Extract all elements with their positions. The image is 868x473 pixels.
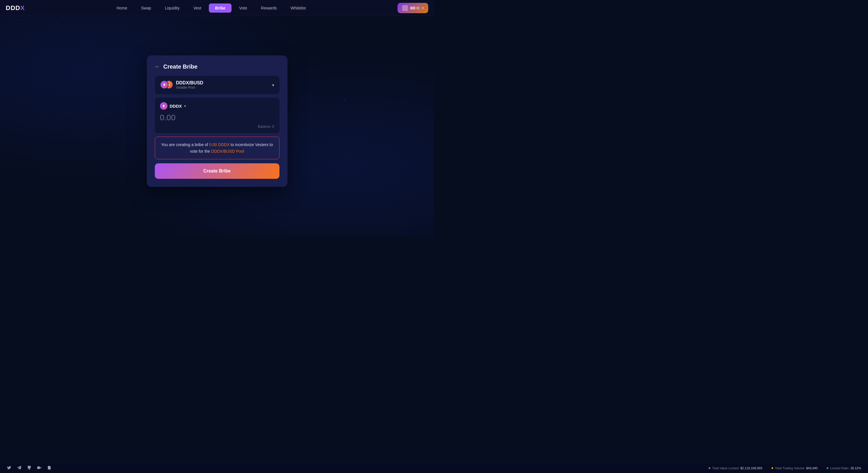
nav-item-vote[interactable]: Vote [232,3,253,13]
create-bribe-card: ← Create Bribe $ [147,56,287,187]
info-text-before: You are creating a bribe of [161,142,209,147]
create-bribe-button[interactable]: Create Bribe [155,163,279,179]
token-icon [160,102,167,110]
token-input-card: DDDX ▾ 0.00 Balance: 0 [155,98,279,133]
pool-name: DDDX/BUSD [176,80,204,86]
info-pool-link[interactable]: DDDX/BUSD Pool [211,149,244,154]
wallet-button[interactable]: ▾ [398,3,428,13]
nav-item-liquidity[interactable]: Liquidity [159,3,186,13]
wallet-bars [410,7,420,9]
token-balance: Balance: 0 [160,125,274,129]
nav-item-home[interactable]: Home [110,3,133,13]
navbar: DDDX Home Swap Liquidity Vest Bribe Vote… [0,0,434,16]
wallet-chevron-icon: ▾ [422,6,424,10]
pool-icon-dddx [160,80,168,89]
info-amount: 0.00 DDDX [209,142,229,147]
nav-right: ▾ [398,3,428,13]
pool-type: Volatile Pool [176,86,204,90]
pool-info: DDDX/BUSD Volatile Pool [176,80,204,90]
wallet-bar-2 [416,7,420,9]
token-selector-chevron-icon: ▾ [184,104,186,108]
main-content: ← Create Bribe $ [0,16,434,226]
info-box: You are creating a bribe of 0.00 DDDX to… [155,137,279,159]
pool-selector[interactable]: $ DDDX/BUSD Volatile Pool ▾ [155,76,279,94]
card-header: ← Create Bribe [155,63,279,70]
token-amount-display: 0.00 [160,113,274,122]
back-button[interactable]: ← [155,64,160,70]
nav-item-bribe[interactable]: Bribe [209,3,232,13]
logo-x: X [21,4,25,12]
token-symbol: DDDX [170,104,182,108]
nav-center: Home Swap Liquidity Vest Bribe Vote Rewa… [110,3,312,13]
nav-item-whitelist[interactable]: Whitelist [284,3,312,13]
pool-chevron-icon: ▾ [272,82,274,88]
pool-left: $ DDDX/BUSD Volatile Pool [160,80,204,90]
nav-item-vest[interactable]: Vest [187,3,207,13]
nav-item-rewards[interactable]: Rewards [255,3,283,13]
logo: DDDX [6,4,25,12]
wallet-icon [402,5,408,11]
token-selector[interactable]: DDDX ▾ [160,102,274,110]
nav-item-swap[interactable]: Swap [135,3,157,13]
wallet-bar-1 [410,7,415,9]
pool-icons: $ [160,80,173,90]
card-title: Create Bribe [163,63,197,70]
